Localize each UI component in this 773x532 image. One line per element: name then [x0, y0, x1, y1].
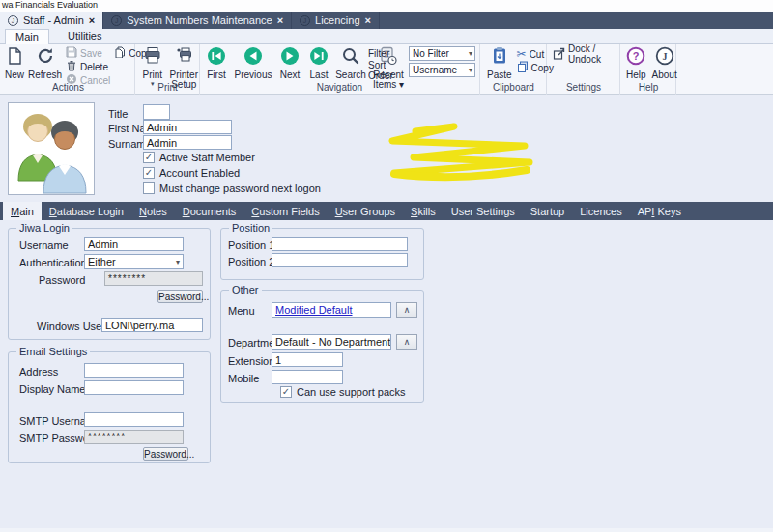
first-name-field[interactable]: Admin	[143, 120, 232, 134]
dock-undock-button[interactable]: Dock / Undock	[553, 48, 619, 60]
chevron-up-icon: ∧	[404, 337, 411, 347]
about-button[interactable]: J About	[652, 45, 677, 80]
title-label: Title	[108, 108, 128, 120]
clipboard-group-label: Clipboard	[481, 82, 546, 93]
cut-button-label: Cut	[530, 49, 545, 60]
chevron-down-icon: ▾	[469, 49, 472, 58]
next-record-icon	[280, 46, 300, 70]
next-button[interactable]: Next	[277, 45, 302, 80]
position2-field[interactable]	[272, 253, 408, 267]
delete-button[interactable]: Delete	[66, 61, 110, 72]
last-button-label: Last	[310, 70, 329, 80]
ribbon-group-navigation: First Previous Next Last Search	[200, 44, 480, 95]
save-button-label: Save	[80, 48, 102, 59]
menu-expand-button[interactable]: ∧	[396, 302, 417, 318]
doc-tab-licencing[interactable]: J Licencing ×	[292, 12, 380, 29]
ribbon-tab-utilities[interactable]: Utilities	[58, 29, 111, 44]
tab-database-login[interactable]: Database Login	[42, 202, 131, 220]
filter-combobox[interactable]: No Filter ▾	[409, 46, 475, 61]
new-button[interactable]: New	[5, 45, 24, 80]
doc-tab-staff-admin[interactable]: J Staff - Admin ×	[0, 12, 103, 29]
chevron-down-icon: ▾	[176, 258, 180, 266]
department-expand-button[interactable]: ∧	[396, 334, 417, 350]
checkbox-checked-icon: ✓	[143, 167, 155, 179]
account-enabled-checkbox[interactable]: ✓ Account Enabled	[143, 167, 240, 179]
next-button-label: Next	[280, 70, 301, 80]
window-title: wa Financials Evaluation	[2, 0, 98, 10]
last-button[interactable]: Last	[307, 45, 330, 80]
paste-clipboard-icon	[490, 46, 509, 70]
password-change-button[interactable]: Password...	[157, 290, 203, 303]
copy-document-icon	[114, 46, 126, 60]
previous-record-icon	[243, 46, 263, 70]
close-tab-icon[interactable]: ×	[277, 14, 283, 26]
doc-tab-system-numbers[interactable]: J System Numbers Maintenance ×	[103, 12, 292, 29]
display-name-field[interactable]	[84, 380, 184, 395]
print-button[interactable]: Print ▾	[140, 45, 165, 87]
smtp-password-field: ********	[84, 430, 184, 444]
mobile-label: Mobile	[228, 373, 259, 384]
extension-field[interactable]: 1	[272, 352, 343, 367]
checkbox-checked-icon: ✓	[143, 152, 155, 163]
title-field[interactable]	[143, 104, 170, 120]
position-group-label: Position	[229, 222, 272, 234]
smtp-password-change-button[interactable]: Password...	[143, 447, 188, 461]
tab-main[interactable]: Main	[3, 202, 42, 220]
tab-licences[interactable]: Licences	[572, 202, 629, 220]
staff-photo[interactable]	[8, 102, 95, 195]
close-tab-icon[interactable]: ×	[89, 14, 95, 26]
mobile-field[interactable]	[272, 370, 343, 384]
help-button[interactable]: ? Help	[626, 45, 646, 80]
bottom-strip	[0, 528, 773, 532]
authentication-mode-combobox[interactable]: Either ▾	[84, 254, 184, 269]
tab-skills[interactable]: Skills	[403, 202, 444, 220]
can-use-support-packs-checkbox[interactable]: ✓ Can use support packs	[280, 386, 406, 398]
can-use-support-packs-label: Can use support packs	[297, 386, 406, 398]
paste-button[interactable]: Paste	[487, 45, 512, 80]
menu-link[interactable]: Modified Default	[275, 304, 353, 316]
extension-label: Extension	[228, 355, 274, 367]
scissors-icon: ✂	[517, 48, 527, 60]
position1-field[interactable]	[272, 237, 408, 251]
search-button[interactable]: Search	[335, 45, 366, 80]
must-change-password-checkbox[interactable]: Must change password next logon	[143, 182, 321, 194]
tab-api-keys[interactable]: API Keys	[630, 202, 689, 220]
first-button[interactable]: First	[204, 45, 229, 80]
refresh-icon	[36, 46, 55, 70]
tab-user-settings[interactable]: User Settings	[444, 202, 523, 220]
ribbon-group-settings: Dock / Undock Settings	[548, 44, 620, 95]
email-settings-group-label: Email Settings	[16, 346, 90, 357]
tab-user-groups[interactable]: User Groups	[328, 202, 403, 220]
menu-field[interactable]: Modified Default	[272, 302, 391, 318]
close-tab-icon[interactable]: ×	[365, 14, 371, 26]
refresh-button[interactable]: Refresh	[28, 45, 62, 80]
must-change-password-label: Must change password next logon	[159, 182, 321, 194]
print-group-label: Print	[136, 82, 199, 93]
help-question-icon: ?	[626, 46, 645, 70]
surname-field[interactable]: Admin	[143, 135, 232, 150]
windows-username-field[interactable]: LONI\perry.ma	[101, 318, 203, 332]
address-field[interactable]	[84, 363, 184, 378]
save-button[interactable]: Save	[66, 47, 110, 59]
ribbon-tab-main[interactable]: Main	[5, 29, 49, 44]
printer-setup-icon	[174, 46, 193, 70]
department-field[interactable]: Default - No Department	[272, 334, 391, 350]
ribbon-group-clipboard: Paste ✂ Cut Copy Clipboard	[481, 44, 547, 95]
help-button-label: Help	[626, 70, 646, 80]
display-name-label: Display Name	[19, 383, 85, 395]
smtp-username-field[interactable]	[84, 412, 184, 427]
active-staff-member-checkbox[interactable]: ✓ Active Staff Member	[143, 152, 255, 163]
tab-notes[interactable]: Notes	[131, 202, 175, 220]
username-field[interactable]: Admin	[84, 237, 184, 251]
settings-group-label: Settings	[548, 82, 619, 93]
first-button-label: First	[207, 70, 225, 80]
active-staff-member-label: Active Staff Member	[159, 152, 255, 163]
sort-order-combobox[interactable]: Username ▾	[409, 63, 475, 77]
new-button-label: New	[5, 70, 24, 80]
tab-documents[interactable]: Documents	[175, 202, 244, 220]
previous-button[interactable]: Previous	[234, 45, 272, 80]
tab-custom-fields[interactable]: Custom Fields	[243, 202, 327, 220]
copy-pages-icon	[517, 61, 529, 74]
tab-startup[interactable]: Startup	[523, 202, 572, 220]
checkbox-unchecked-icon	[143, 182, 155, 194]
